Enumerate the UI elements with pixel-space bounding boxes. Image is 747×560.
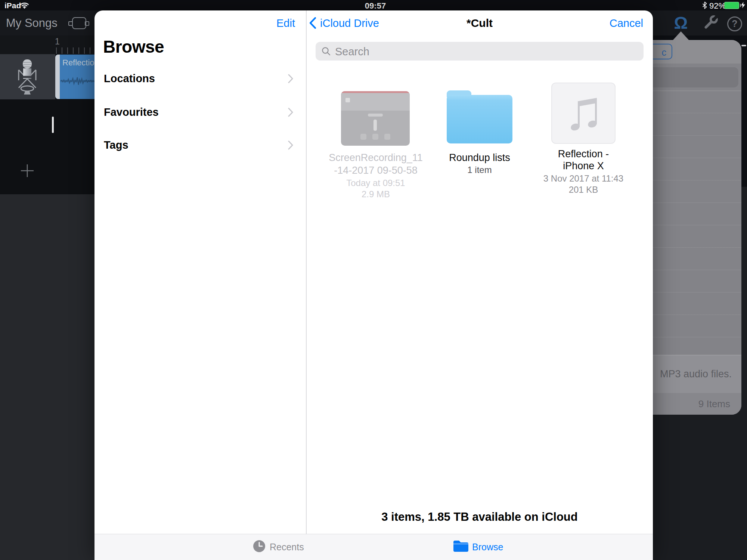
battery-icon xyxy=(724,2,739,9)
folder-icon[interactable] xyxy=(447,90,512,143)
chevron-right-icon xyxy=(288,74,294,83)
sidebar-item-favourites[interactable]: Favourites xyxy=(103,100,295,124)
folder-tab-icon xyxy=(453,539,469,552)
popover-header-row xyxy=(641,67,738,87)
clock-time: 09:57 xyxy=(355,1,396,11)
tab-label: Browse xyxy=(472,542,503,553)
track-view-icon[interactable] xyxy=(68,17,89,30)
picker-tab-bar xyxy=(94,534,653,560)
music-note-icon xyxy=(568,97,601,133)
search-bar[interactable] xyxy=(316,42,644,61)
file-date: Today at 09:51 xyxy=(320,178,432,188)
ruler-ticks xyxy=(56,47,96,54)
folder-name[interactable]: Roundup lists xyxy=(424,152,536,163)
items-summary: 3 items, 1.85 TB available on iCloud xyxy=(330,510,629,524)
chevron-right-icon xyxy=(288,108,294,117)
clock-icon xyxy=(252,539,266,553)
battery-percent: 92% xyxy=(709,1,726,11)
audio-track-header[interactable] xyxy=(0,54,55,99)
file-size: 201 KB xyxy=(527,185,639,195)
search-icon xyxy=(322,47,331,56)
file-name[interactable]: iPhone X xyxy=(527,160,639,171)
sidebar-item-tags[interactable]: Tags xyxy=(103,133,295,157)
file-date: 3 Nov 2017 at 11:43 xyxy=(527,174,639,183)
sidebar-item-label: Locations xyxy=(104,67,155,90)
file-name[interactable]: Reflection - xyxy=(527,148,639,160)
cancel-button[interactable]: Cancel xyxy=(586,17,643,30)
microphone-icon xyxy=(17,59,37,95)
bluetooth-icon xyxy=(702,1,707,9)
help-icon[interactable]: ? xyxy=(727,16,742,31)
screen: iPad 09:57 92% My Songs Ω ? 1 Reflection… xyxy=(0,0,747,560)
wifi-icon xyxy=(20,2,29,9)
add-track-button[interactable] xyxy=(20,163,35,178)
popover-files-note: MP3 audio files. Files xyxy=(639,355,741,393)
sidebar-title: Browse xyxy=(103,37,164,57)
popover-list-rows xyxy=(639,90,741,355)
back-chevron-icon[interactable] xyxy=(309,17,316,29)
waveform xyxy=(61,74,96,88)
search-input[interactable] xyxy=(334,42,638,61)
pane-divider xyxy=(306,10,307,534)
file-size: 2.9 MB xyxy=(320,189,432,199)
chevron-right-icon xyxy=(288,140,294,150)
loops-popover: c MP3 audio files. Files 9 Items xyxy=(639,40,741,415)
popover-items-count: 9 Items xyxy=(639,393,741,415)
folder-title: *Cult xyxy=(405,17,554,30)
wrench-icon[interactable] xyxy=(701,15,719,32)
ruler-mark: 1 xyxy=(55,37,60,47)
device-label: iPad xyxy=(4,1,21,10)
sidebar-item-locations[interactable]: Locations xyxy=(103,67,295,90)
my-songs-button[interactable]: My Songs xyxy=(6,16,58,30)
edge-scroll-dash xyxy=(741,45,746,46)
scroll-indicator xyxy=(52,117,54,133)
tab-recents[interactable]: Recents xyxy=(252,539,301,554)
tab-label: Recents xyxy=(270,542,304,553)
charging-bolt-icon xyxy=(741,2,745,8)
audio-file-thumbnail[interactable] xyxy=(551,83,616,144)
edit-button[interactable]: Edit xyxy=(247,17,295,30)
sidebar-item-label: Tags xyxy=(104,133,128,157)
audio-region-handle[interactable] xyxy=(55,55,60,99)
loop-browser-icon[interactable]: Ω xyxy=(671,13,691,33)
sidebar-item-label: Favourites xyxy=(104,100,159,124)
file-thumbnail-video xyxy=(341,91,410,146)
tab-browse[interactable]: Browse xyxy=(453,539,502,554)
popover-arrow xyxy=(673,31,689,40)
back-button[interactable]: iCloud Drive xyxy=(320,17,379,30)
file-name: -14-2017 09-50-58 xyxy=(320,165,432,176)
file-name: ScreenRecording_11 xyxy=(320,152,432,163)
folder-item-count: 1 item xyxy=(424,165,536,175)
